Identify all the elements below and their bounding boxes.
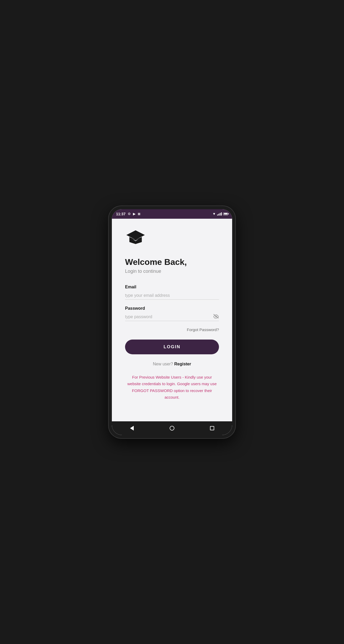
- forgot-password-container: Forgot Password?: [125, 327, 219, 332]
- home-icon: [170, 426, 174, 431]
- logo-container: [125, 229, 219, 249]
- home-button[interactable]: [168, 424, 176, 432]
- login-button[interactable]: LOGIN: [125, 340, 219, 354]
- device-screen: 11:37 ⚙ ▶ ▦ ▼: [112, 209, 232, 435]
- battery-icon: [223, 213, 228, 215]
- password-input[interactable]: [125, 313, 219, 321]
- email-label: Email: [125, 285, 219, 289]
- password-input-wrapper: [125, 313, 219, 321]
- signal-bars-icon: [217, 212, 222, 216]
- register-container: New user? Register: [125, 362, 219, 366]
- screenshot-icon: ▦: [138, 212, 140, 216]
- email-form-group: Email: [125, 285, 219, 300]
- status-left: 11:37 ⚙ ▶ ▦: [116, 212, 140, 216]
- info-text: For Previous Website Users - Kindly use …: [125, 374, 219, 401]
- email-input-wrapper: [125, 292, 219, 300]
- recents-button[interactable]: [208, 424, 216, 432]
- recents-icon: [210, 426, 214, 430]
- password-form-group: Password: [125, 306, 219, 321]
- graduation-cap-icon: [125, 229, 146, 248]
- status-bar: 11:37 ⚙ ▶ ▦ ▼: [112, 209, 232, 219]
- play-protect-icon: ▶: [133, 212, 136, 216]
- welcome-subtitle: Login to continue: [125, 269, 219, 274]
- forgot-password-link[interactable]: Forgot Password?: [187, 327, 219, 332]
- settings-icon: ⚙: [128, 212, 131, 216]
- back-button[interactable]: [128, 424, 136, 432]
- main-content: Welcome Back, Login to continue Email Pa…: [112, 219, 232, 421]
- toggle-password-icon[interactable]: [213, 314, 219, 320]
- email-input[interactable]: [125, 292, 219, 299]
- register-link[interactable]: Register: [174, 362, 191, 366]
- bottom-navigation: [112, 421, 232, 435]
- new-user-text: New user?: [153, 362, 173, 366]
- svg-point-3: [216, 316, 217, 317]
- password-label: Password: [125, 306, 219, 311]
- svg-marker-0: [126, 230, 145, 240]
- status-right: ▼: [212, 212, 228, 216]
- wifi-icon: ▼: [212, 212, 216, 216]
- welcome-title: Welcome Back,: [125, 257, 219, 267]
- status-time: 11:37: [116, 212, 126, 216]
- device-frame: 11:37 ⚙ ▶ ▦ ▼: [109, 206, 235, 438]
- back-icon: [130, 426, 134, 431]
